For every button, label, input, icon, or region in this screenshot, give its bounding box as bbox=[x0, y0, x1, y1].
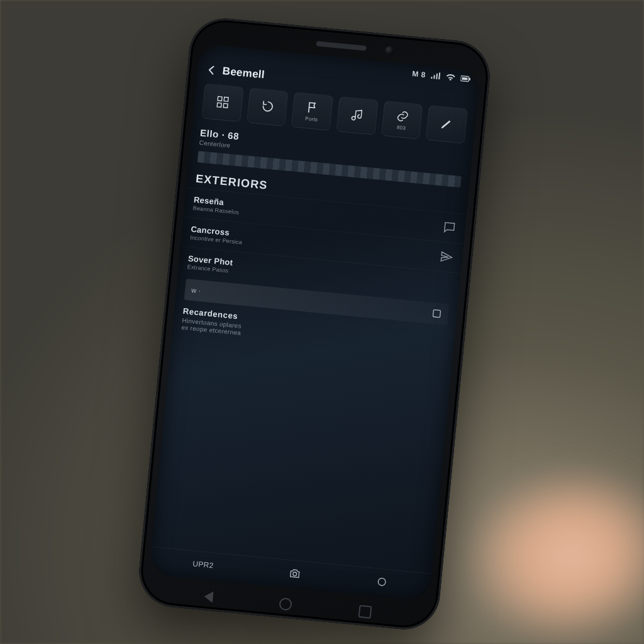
battery-icon bbox=[460, 75, 471, 83]
flag-icon bbox=[305, 100, 320, 115]
page-title: Beemell bbox=[222, 65, 265, 81]
signal-icon bbox=[430, 72, 441, 80]
camera-icon bbox=[288, 567, 302, 580]
grid-icon bbox=[215, 94, 230, 109]
wifi-icon bbox=[445, 73, 456, 81]
tile-music[interactable] bbox=[336, 96, 379, 135]
chat-icon bbox=[442, 220, 457, 235]
nav-label: UPR2 bbox=[192, 559, 214, 570]
svg-point-4 bbox=[292, 572, 296, 575]
nav-camera[interactable] bbox=[288, 567, 302, 580]
svg-rect-1 bbox=[462, 77, 467, 80]
hw-home-key[interactable] bbox=[279, 597, 292, 611]
screen: M 8 Beemell bbox=[149, 43, 480, 601]
tile-ports[interactable]: Ports bbox=[291, 92, 333, 131]
hw-back-key[interactable] bbox=[203, 591, 213, 602]
svg-point-5 bbox=[378, 578, 386, 586]
link-icon bbox=[395, 109, 410, 124]
hw-recents-key[interactable] bbox=[358, 605, 372, 619]
svg-rect-3 bbox=[433, 309, 440, 317]
phone-body: M 8 Beemell bbox=[136, 15, 493, 633]
music-icon bbox=[350, 107, 365, 122]
pencil-icon bbox=[440, 116, 455, 131]
tile-edit[interactable] bbox=[426, 105, 468, 144]
square-icon bbox=[431, 308, 442, 319]
send-icon bbox=[439, 250, 454, 265]
tile-stats[interactable]: 803 bbox=[381, 101, 423, 140]
tile-label: Ports bbox=[305, 116, 318, 123]
circle-icon bbox=[375, 575, 389, 589]
back-button[interactable] bbox=[206, 64, 218, 77]
nav-more[interactable] bbox=[375, 575, 389, 589]
refresh-icon bbox=[260, 99, 275, 114]
tile-grid[interactable] bbox=[201, 84, 243, 123]
tile-label: 803 bbox=[397, 125, 406, 131]
tile-refresh[interactable] bbox=[247, 87, 289, 126]
status-time: M 8 bbox=[412, 69, 426, 79]
nav-home[interactable]: UPR2 bbox=[192, 559, 214, 570]
